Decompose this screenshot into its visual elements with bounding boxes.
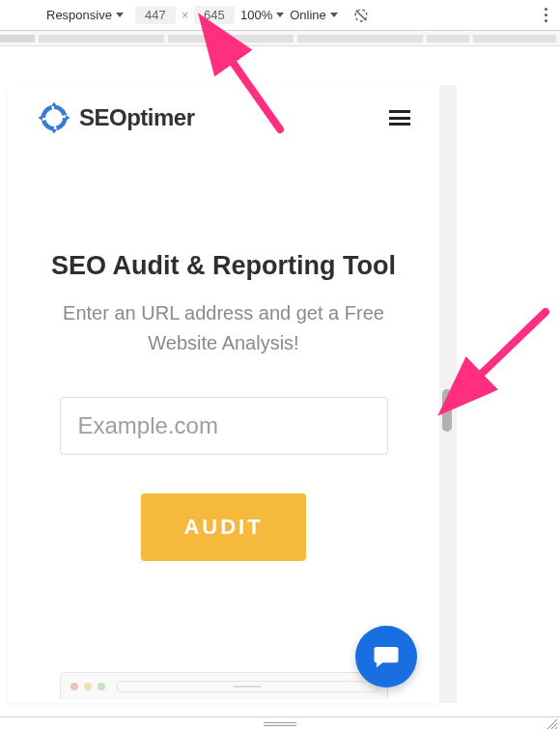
chevron-down-icon xyxy=(116,13,124,17)
audit-button[interactable]: AUDIT xyxy=(141,493,305,561)
brand-logo[interactable]: SEOptimer xyxy=(37,100,195,135)
width-input[interactable]: 447 xyxy=(135,6,176,24)
hero-subtitle: Enter an URL address and get a Free Webs… xyxy=(27,298,420,358)
chat-bubble-icon[interactable] xyxy=(355,626,417,688)
hero-section: SEO Audit & Reporting Tool Enter an URL … xyxy=(8,145,439,561)
chevron-down-icon xyxy=(330,13,338,17)
svg-marker-5 xyxy=(39,115,43,121)
height-input[interactable]: 645 xyxy=(194,6,235,24)
panel-resize-bar[interactable] xyxy=(0,716,560,730)
zoom-label: 100% xyxy=(240,8,272,22)
more-menu-icon[interactable] xyxy=(539,8,552,22)
throttle-label: Online xyxy=(290,8,326,22)
drag-handle-icon xyxy=(264,722,296,726)
dimension-separator: × xyxy=(182,9,188,22)
window-dot-yellow xyxy=(84,683,92,690)
devtools-toolbar: Responsive 447 × 645 100% Online xyxy=(0,0,560,31)
throttle-select[interactable]: Online xyxy=(290,8,338,22)
svg-marker-3 xyxy=(66,115,70,121)
svg-line-7 xyxy=(465,312,546,389)
device-select[interactable]: Responsive xyxy=(46,8,124,22)
brand-name: SEOptimer xyxy=(79,104,195,131)
site-header: SEOptimer xyxy=(8,85,439,145)
device-select-label: Responsive xyxy=(46,8,112,22)
device-scrollbar-thumb[interactable] xyxy=(442,389,452,432)
window-dot-green xyxy=(98,683,105,690)
mock-address-bar xyxy=(117,681,378,692)
site-root: SEOptimer SEO Audit & Reporting Tool Ent… xyxy=(8,85,439,703)
window-dot-red xyxy=(70,683,78,690)
device-viewport: SEOptimer SEO Audit & Reporting Tool Ent… xyxy=(8,85,439,703)
url-input[interactable] xyxy=(60,397,388,455)
ruler xyxy=(0,31,560,46)
corner-resize-icon[interactable] xyxy=(545,716,558,730)
annotation-arrow-right xyxy=(454,297,560,413)
gear-arrows-icon xyxy=(37,100,71,135)
hamburger-menu-icon[interactable] xyxy=(389,110,410,126)
dimensions: 447 × 645 xyxy=(135,6,235,24)
svg-marker-4 xyxy=(51,129,57,134)
browser-mockup xyxy=(60,672,388,699)
zoom-select[interactable]: 100% xyxy=(240,8,284,22)
svg-line-10 xyxy=(555,727,557,729)
svg-line-1 xyxy=(355,10,366,20)
device-workspace: SEOptimer SEO Audit & Reporting Tool Ent… xyxy=(0,46,560,716)
rotate-icon[interactable] xyxy=(353,8,369,23)
svg-marker-2 xyxy=(51,102,57,107)
hero-title: SEO Audit & Reporting Tool xyxy=(27,251,420,281)
chevron-down-icon xyxy=(276,13,284,17)
